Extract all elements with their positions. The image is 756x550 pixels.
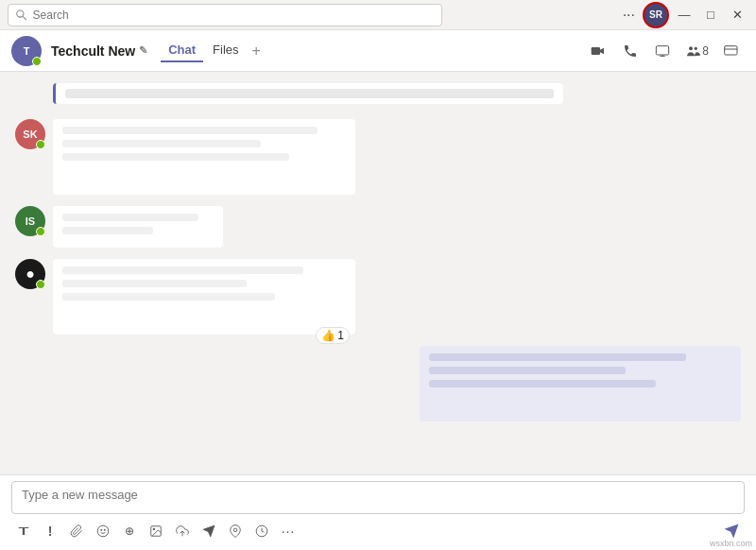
top-message-bar — [53, 83, 563, 104]
svg-point-0 — [17, 9, 24, 16]
svg-line-1 — [23, 16, 26, 20]
video-icon — [591, 43, 606, 59]
send-icon — [723, 523, 740, 540]
app-header: T Techcult New ✎ Chat Files + — [0, 30, 756, 72]
svg-point-10 — [97, 525, 109, 537]
format-icon — [17, 524, 30, 538]
toolbar-row: ! ⊕ — [11, 518, 745, 544]
screen-share-icon — [655, 43, 670, 59]
ellipsis-icon — [724, 43, 739, 59]
header-actions: 8 — [585, 38, 745, 64]
schedule-button[interactable] — [249, 519, 274, 543]
reaction-emoji: 👍 — [321, 329, 335, 342]
svg-rect-8 — [725, 45, 737, 54]
svg-point-7 — [695, 46, 697, 49]
upload-icon — [176, 524, 189, 538]
avatar-is: IS — [15, 206, 45, 236]
title-bar: ··· SR — □ ✕ — [0, 0, 756, 30]
svg-point-12 — [104, 529, 105, 530]
attach-button[interactable] — [64, 519, 89, 543]
sticker-button[interactable]: ⊕ — [117, 519, 142, 543]
tab-chat[interactable]: Chat — [161, 39, 203, 62]
svg-rect-3 — [657, 45, 669, 54]
image-icon — [149, 524, 163, 538]
format-text-button[interactable] — [11, 519, 36, 543]
edit-name-icon[interactable]: ✎ — [139, 44, 147, 57]
search-input[interactable] — [33, 9, 434, 22]
location-icon — [229, 524, 242, 538]
message-row: SK — [15, 119, 741, 195]
screen-share-button[interactable] — [649, 38, 676, 64]
participants-count: 8 — [702, 44, 709, 58]
title-bar-left — [8, 4, 619, 26]
reaction-badge: 👍 1 — [316, 327, 350, 344]
message-row: ● 👍 1 — [15, 259, 741, 335]
participants-button[interactable]: 8 — [681, 42, 713, 60]
phone-icon — [623, 43, 638, 59]
svg-point-14 — [153, 528, 155, 530]
toolbar-icons: ! ⊕ — [11, 519, 301, 543]
avatar-dark: ● — [15, 259, 45, 289]
avatar-sk: SK — [15, 119, 45, 149]
input-area: ! ⊕ — [0, 474, 756, 550]
location-button[interactable] — [223, 519, 248, 543]
svg-rect-2 — [592, 47, 600, 55]
message-bubble — [53, 119, 355, 195]
chat-area: SK IS ● 👍 1 — [0, 72, 756, 474]
group-name-label: Techcult New — [51, 43, 135, 59]
header-title: Techcult New ✎ — [51, 43, 147, 59]
message-row: IS — [15, 206, 741, 248]
watermark: wsxbn.com — [710, 539, 752, 548]
svg-marker-17 — [203, 525, 215, 537]
reaction-count: 1 — [337, 329, 344, 342]
header-tabs: Chat Files + — [161, 39, 265, 62]
people-icon — [685, 43, 700, 59]
search-bar[interactable] — [8, 4, 442, 26]
maximize-button[interactable]: □ — [699, 4, 722, 26]
send-schedule-button[interactable] — [197, 519, 221, 543]
tab-files[interactable]: Files — [205, 39, 246, 62]
svg-point-11 — [101, 529, 102, 530]
more-toolbar-button[interactable]: ··· — [276, 519, 301, 543]
more-header-button[interactable] — [718, 38, 745, 64]
user-avatar[interactable]: SR — [643, 2, 669, 28]
outgoing-bubble — [420, 346, 741, 421]
search-icon — [16, 9, 27, 21]
group-avatar: T — [11, 36, 42, 66]
close-button[interactable]: ✕ — [726, 4, 748, 26]
video-call-button[interactable] — [585, 38, 611, 64]
add-tab-button[interactable]: + — [249, 43, 265, 60]
image-button[interactable] — [144, 519, 168, 543]
audio-call-button[interactable] — [617, 38, 644, 64]
send-later-icon — [202, 524, 215, 538]
emoji-icon — [96, 524, 110, 538]
group-initials: T — [24, 45, 30, 57]
message-bubble: 👍 1 — [53, 259, 355, 335]
upload-button[interactable] — [170, 519, 195, 543]
more-options-button[interactable]: ··· — [619, 7, 639, 24]
message-row-outgoing — [15, 346, 741, 421]
svg-point-6 — [689, 46, 693, 50]
attach-icon — [70, 524, 83, 538]
clock-icon — [255, 524, 268, 538]
emoji-button[interactable] — [91, 519, 115, 543]
svg-point-18 — [233, 528, 237, 532]
important-button[interactable]: ! — [38, 519, 62, 543]
minimize-button[interactable]: — — [673, 4, 696, 26]
message-input[interactable] — [11, 481, 745, 514]
title-bar-right: ··· SR — □ ✕ — [619, 2, 748, 28]
message-bubble — [53, 206, 223, 248]
